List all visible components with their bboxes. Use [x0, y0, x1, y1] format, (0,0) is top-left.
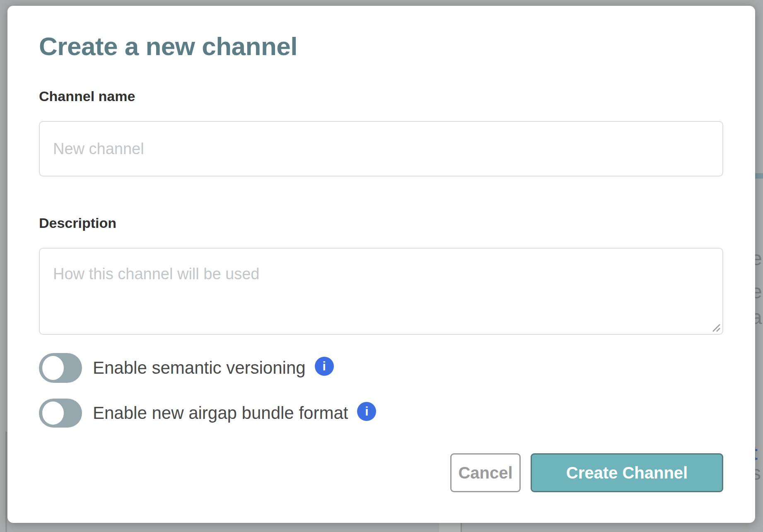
background-clipped-text: s [755, 463, 761, 483]
background-clipped-text: a [755, 307, 762, 327]
background-clipped-link-text: t [755, 443, 758, 463]
info-icon[interactable]: i [357, 402, 376, 421]
background-clipped-text: e [755, 282, 762, 302]
background-clipped-text: l [755, 330, 756, 350]
create-channel-button[interactable]: Create Channel [531, 453, 723, 492]
toggle-knob [42, 401, 64, 425]
background-divider [461, 523, 462, 532]
description-label: Description [39, 215, 723, 231]
semantic-versioning-label: Enable semantic versioning [93, 359, 306, 377]
modal-title: Create a new channel [39, 31, 723, 61]
background-teal-band [755, 173, 763, 179]
resize-handle-icon[interactable] [709, 321, 721, 332]
create-channel-modal: Create a new channel Channel name Descri… [7, 6, 755, 523]
airgap-bundle-label: Enable new airgap bundle format [93, 404, 348, 422]
background-clipped-text: e [755, 249, 762, 268]
info-icon[interactable]: i [315, 357, 334, 376]
description-textarea[interactable] [39, 248, 723, 335]
airgap-bundle-toggle[interactable] [39, 399, 82, 428]
background-obscured-button [439, 523, 461, 532]
description-field-wrap [39, 248, 723, 335]
cancel-button[interactable]: Cancel [450, 453, 521, 492]
airgap-bundle-row: Enable new airgap bundle format i [39, 399, 723, 428]
channel-name-input[interactable] [39, 121, 723, 177]
channel-name-label: Channel name [39, 88, 723, 104]
semantic-versioning-toggle[interactable] [39, 353, 82, 383]
background-overlay-strip: e e a l t s [755, 0, 763, 532]
toggle-knob [42, 356, 64, 380]
background-page-edge [5, 432, 7, 532]
modal-actions: Cancel Create Channel [39, 453, 723, 492]
semantic-versioning-row: Enable semantic versioning i [39, 353, 723, 383]
